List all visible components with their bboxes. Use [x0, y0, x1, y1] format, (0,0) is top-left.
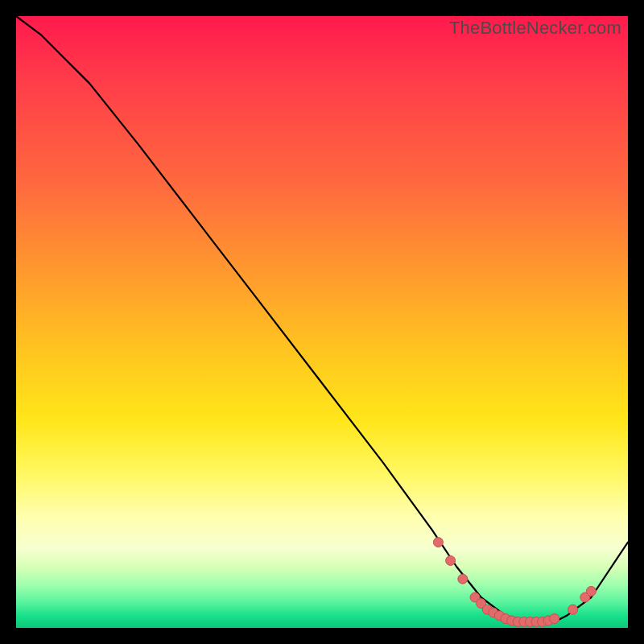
bottleneck-curve: [16, 16, 628, 621]
curve-layer: [16, 16, 628, 628]
plot-area: TheBottleNecker.com: [16, 16, 628, 628]
marker-point: [550, 614, 559, 624]
marker-point: [458, 574, 468, 584]
marker-point: [446, 555, 456, 565]
marker-point: [568, 605, 578, 614]
marker-point: [433, 538, 443, 547]
marker-point: [586, 586, 596, 596]
chart-frame: TheBottleNecker.com: [0, 0, 644, 644]
scatter-markers: [433, 538, 596, 627]
